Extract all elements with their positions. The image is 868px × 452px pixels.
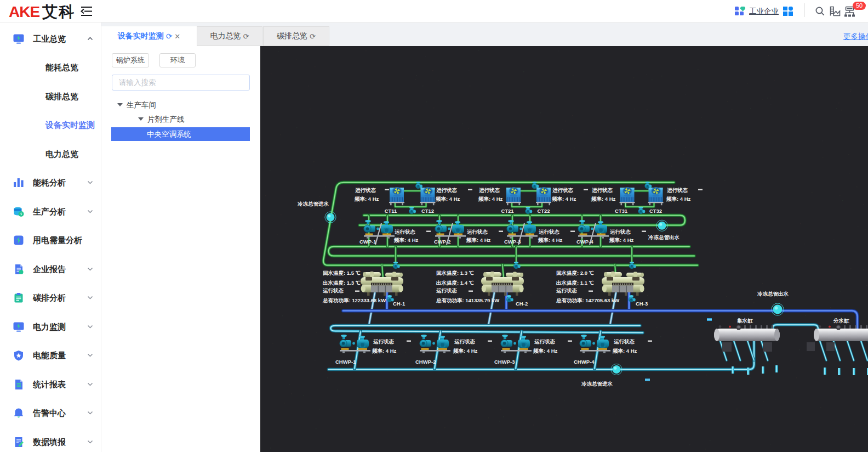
svg-text:运行状态: 运行状态: [454, 338, 476, 344]
svg-text:CHWP-1: CHWP-1: [335, 359, 356, 365]
svg-text:回水温度: 2.0 ℃: 回水温度: 2.0 ℃: [556, 270, 594, 276]
svg-text:CHWP-3: CHWP-3: [494, 359, 515, 365]
svg-text:运行状态: 运行状态: [539, 229, 560, 235]
svg-text:频率: 4 Hz: 频率: 4 Hz: [393, 237, 419, 243]
svg-text:出水温度: 1.4 ℃: 出水温度: 1.4 ℃: [436, 280, 474, 286]
svg-text:CWP-4: CWP-4: [576, 239, 593, 245]
svg-text:分水缸: 分水缸: [833, 318, 849, 324]
svg-text:运行状态: 运行状态: [436, 187, 458, 193]
svg-text:冷冻总管出水: 冷冻总管出水: [648, 234, 680, 240]
svg-text:频率: 4 Hz: 频率: 4 Hz: [609, 237, 634, 243]
svg-text:运行状态: 运行状态: [610, 229, 631, 235]
svg-text:运行状态: 运行状态: [556, 287, 578, 293]
svg-text:频率: 4 Hz: 频率: 4 Hz: [612, 348, 637, 354]
svg-text:CT32: CT32: [649, 208, 662, 214]
svg-text:频率: 4 Hz: 频率: 4 Hz: [538, 237, 563, 243]
svg-text:频率: 4 Hz: 频率: 4 Hz: [453, 348, 478, 354]
svg-text:CWP-2: CWP-2: [434, 239, 451, 245]
svg-text:频率: 4 Hz: 频率: 4 Hz: [372, 348, 397, 354]
svg-text:总有功功率: 141335.79 kW: 总有功功率: 141335.79 kW: [436, 297, 499, 303]
svg-text:总有功功率: 142705.63 kW: 总有功功率: 142705.63 kW: [556, 297, 619, 303]
svg-text:频率: 4 Hz: 频率: 4 Hz: [354, 196, 379, 202]
svg-text:CT31: CT31: [615, 208, 628, 214]
svg-text:频率: 4 Hz: 频率: 4 Hz: [478, 196, 503, 202]
svg-text:运行状态: 运行状态: [355, 187, 376, 193]
svg-text:CT12: CT12: [421, 208, 434, 214]
svg-text:CT22: CT22: [537, 208, 550, 214]
svg-text:频率: 4 Hz: 频率: 4 Hz: [435, 196, 460, 202]
svg-text:集水缸: 集水缸: [737, 318, 753, 324]
svg-text:CWP-3: CWP-3: [504, 239, 521, 245]
svg-text:运行状态: 运行状态: [467, 229, 488, 235]
svg-text:冷冻总管进水: 冷冻总管进水: [298, 201, 329, 207]
svg-text:频率: 4 Hz: 频率: 4 Hz: [466, 237, 491, 243]
svg-text:频率: 4 Hz: 频率: 4 Hz: [551, 196, 576, 202]
svg-text:运行状态: 运行状态: [552, 187, 574, 193]
svg-text:CH-2: CH-2: [516, 301, 528, 307]
svg-text:运行状态: 运行状态: [395, 229, 416, 235]
svg-text:运行状态: 运行状态: [534, 338, 556, 344]
svg-text:CWP-1: CWP-1: [359, 239, 376, 245]
svg-text:运行状态: 运行状态: [373, 338, 395, 344]
svg-text:出水温度: 1.3 ℃: 出水温度: 1.3 ℃: [323, 280, 361, 286]
svg-text:CH-3: CH-3: [636, 301, 648, 307]
svg-text:回水温度: 1.5 ℃: 回水温度: 1.5 ℃: [323, 270, 361, 276]
svg-text:冷冻总管进水: 冷冻总管进水: [581, 381, 613, 387]
svg-text:运行状态: 运行状态: [479, 187, 500, 193]
svg-text:冷冻总管出水: 冷冻总管出水: [757, 291, 789, 297]
svg-text:运行状态: 运行状态: [436, 287, 458, 293]
svg-text:频率: 4 Hz: 频率: 4 Hz: [533, 348, 558, 354]
svg-text:运行状态: 运行状态: [592, 187, 613, 193]
svg-text:回水温度: 1.3 ℃: 回水温度: 1.3 ℃: [436, 270, 474, 276]
svg-text:CT11: CT11: [385, 208, 397, 214]
svg-text:运行状态: 运行状态: [323, 287, 344, 293]
svg-text:频率: 4 Hz: 频率: 4 Hz: [591, 196, 616, 202]
svg-text:运行状态: 运行状态: [667, 187, 688, 193]
svg-text:总有功功率: 122333.68 kW: 总有功功率: 122333.68 kW: [322, 297, 386, 303]
svg-text:CHWP-4: CHWP-4: [574, 359, 595, 365]
svg-text:出水温度: 1.1 ℃: 出水温度: 1.1 ℃: [556, 280, 594, 286]
svg-text:CH-1: CH-1: [393, 301, 406, 307]
svg-text:CHWP-2: CHWP-2: [415, 359, 436, 365]
svg-text:CT21: CT21: [501, 208, 514, 214]
svg-text:运行状态: 运行状态: [614, 338, 635, 344]
svg-text:频率: 4 Hz: 频率: 4 Hz: [666, 196, 691, 202]
